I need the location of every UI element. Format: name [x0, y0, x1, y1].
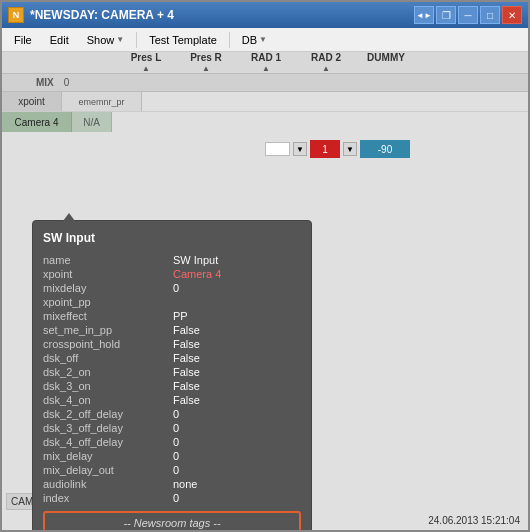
tooltip-newsroom-row-xpoint: xpoint left [51, 529, 293, 530]
xpoint-row-label: xpoint [2, 92, 62, 111]
tooltip-val-dsk-2-on: False [173, 366, 301, 378]
tooltip-key-set-me-in-pp: set_me_in_pp [43, 324, 173, 336]
column-header-row: Pres L ▲ Pres R ▲ RAD 1 ▲ RAD 2 ▲ DUMMY [2, 52, 528, 74]
menu-test-template[interactable]: Test Template [141, 32, 225, 48]
header-columns: Pres L ▲ Pres R ▲ RAD 1 ▲ RAD 2 ▲ DUMMY [116, 52, 528, 75]
newsroom-section: -- Newsroom tags -- xpoint left [43, 511, 301, 530]
tooltip-key-dsk-3-on: dsk_3_on [43, 380, 173, 392]
restore-button[interactable]: ❐ [436, 6, 456, 24]
tooltip-key-xpoint-pp: xpoint_pp [43, 296, 173, 308]
menu-file[interactable]: File [6, 32, 40, 48]
maximize-button[interactable]: □ [480, 6, 500, 24]
timestamp: 24.06.2013 15:21:04 [428, 515, 520, 526]
tooltip-val-mix-delay-out: 0 [173, 464, 301, 476]
tooltip-key-index: index [43, 492, 173, 504]
tooltip-val-xpoint: Camera 4 [173, 268, 301, 280]
tooltip-key-audiolink: audiolink [43, 478, 173, 490]
mix-header-row: MIX 0 [2, 74, 528, 92]
inline-cells: ▼ 1 ▼ -90 [265, 140, 524, 158]
tooltip-row-crosspoint-hold: crosspoint_hold False [43, 337, 301, 351]
tooltip-val-mixdelay: 0 [173, 282, 301, 294]
tooltip-key-mix-delay: mix_delay [43, 450, 173, 462]
col-rad1: RAD 1 ▲ [236, 52, 296, 75]
tooltip-row-dsk-2-off-delay: dsk_2_off_delay 0 [43, 407, 301, 421]
tooltip-key-dsk-2-off-delay: dsk_2_off_delay [43, 408, 173, 420]
tooltip-val-mixeffect: PP [173, 310, 301, 322]
camera-value: N/A [72, 112, 112, 132]
dropdown-2[interactable]: ▼ [343, 142, 357, 156]
tooltip-row-dsk-4-off-delay: dsk_4_off_delay 0 [43, 435, 301, 449]
xpoint-row-value: ememnr_pr [62, 92, 142, 111]
minimize-button[interactable]: ─ [458, 6, 478, 24]
window-title: *NEWSDAY: CAMERA + 4 [30, 8, 408, 22]
tooltip-key-dsk-4-off-delay: dsk_4_off_delay [43, 436, 173, 448]
camera-label: Camera 4 [2, 112, 72, 132]
close-button[interactable]: ✕ [502, 6, 522, 24]
tooltip-key-xpoint: xpoint [43, 268, 173, 280]
tooltip-key-dsk-off: dsk_off [43, 352, 173, 364]
tooltip-key-name: name [43, 254, 173, 266]
db-dropdown-arrow: ▼ [259, 35, 267, 44]
tooltip-key-crosspoint-hold: crosspoint_hold [43, 338, 173, 350]
mix-value: 0 [64, 77, 70, 88]
newsroom-section-label: -- Newsroom tags -- [51, 517, 293, 529]
mix-label: MIX [36, 77, 54, 88]
tooltip-val-xpoint-pp [173, 296, 301, 308]
tooltip-val-dsk-4-on: False [173, 394, 301, 406]
tooltip-row-dsk-2-on: dsk_2_on False [43, 365, 301, 379]
menu-show[interactable]: Show ▼ [79, 32, 132, 48]
menu-separator-1 [136, 32, 137, 48]
red-cell: 1 [310, 140, 340, 158]
tooltip-val-name: SW Input [173, 254, 301, 266]
pres-l-arrow: ▲ [142, 64, 150, 73]
double-arrow-button[interactable]: ◄► [414, 6, 434, 24]
col-pres-r: Pres R ▲ [176, 52, 236, 75]
menu-bar: File Edit Show ▼ Test Template DB ▼ [2, 28, 528, 52]
tooltip-key-dsk-2-on: dsk_2_on [43, 366, 173, 378]
dropdown-1[interactable]: ▼ [293, 142, 307, 156]
tooltip-val-set-me-in-pp: False [173, 324, 301, 336]
tooltip-row-xpoint: xpoint Camera 4 [43, 267, 301, 281]
camera-row: Camera 4 N/A [2, 112, 528, 132]
camera-row-remainder [112, 112, 528, 132]
tooltip-row-dsk-3-on: dsk_3_on False [43, 379, 301, 393]
tooltip-row-dsk-off: dsk_off False [43, 351, 301, 365]
tooltip-row-index: index 0 [43, 491, 301, 505]
tooltip-row-mix-delay: mix_delay 0 [43, 449, 301, 463]
xpoint-row: xpoint ememnr_pr [2, 92, 528, 112]
tooltip-val-index: 0 [173, 492, 301, 504]
window-icon: N [8, 7, 24, 23]
col-dummy: DUMMY [356, 52, 416, 75]
col-rad2: RAD 2 ▲ [296, 52, 356, 75]
tooltip-popup: SW Input name SW Input xpoint Camera 4 m… [32, 220, 312, 530]
inline-cells-row: ▼ 1 ▼ -90 [2, 138, 528, 160]
tooltip-row-dsk-3-off-delay: dsk_3_off_delay 0 [43, 421, 301, 435]
col-pres-l: Pres L ▲ [116, 52, 176, 75]
tooltip-row-name: name SW Input [43, 253, 301, 267]
bottom-status-area: 24.06.2013 15:21:04 [420, 511, 528, 530]
tooltip-val-dsk-3-off-delay: 0 [173, 422, 301, 434]
tooltip-row-audiolink: audiolink none [43, 477, 301, 491]
window-controls: ◄► ❐ ─ □ ✕ [414, 6, 522, 24]
main-window: N *NEWSDAY: CAMERA + 4 ◄► ❐ ─ □ ✕ File E… [0, 0, 530, 532]
tooltip-val-dsk-4-off-delay: 0 [173, 436, 301, 448]
tooltip-val-crosspoint-hold: False [173, 338, 301, 350]
tooltip-val-dsk-off: False [173, 352, 301, 364]
tooltip-row-xpoint-pp: xpoint_pp [43, 295, 301, 309]
tooltip-val-audiolink: none [173, 478, 301, 490]
tooltip-key-dsk-4-on: dsk_4_on [43, 394, 173, 406]
menu-db[interactable]: DB ▼ [234, 32, 275, 48]
main-content: Pres L ▲ Pres R ▲ RAD 1 ▲ RAD 2 ▲ DUMMY [2, 52, 528, 530]
menu-separator-2 [229, 32, 230, 48]
tooltip-val-mix-delay: 0 [173, 450, 301, 462]
pres-r-arrow: ▲ [202, 64, 210, 73]
menu-edit[interactable]: Edit [42, 32, 77, 48]
cell-box-1 [265, 142, 290, 156]
tooltip-val-dsk-2-off-delay: 0 [173, 408, 301, 420]
tooltip-key-mixeffect: mixeffect [43, 310, 173, 322]
rad2-arrow: ▲ [322, 64, 330, 73]
tooltip-key-mix-delay-out: mix_delay_out [43, 464, 173, 476]
xpoint-row-remainder [142, 92, 528, 111]
tooltip-row-set-me-in-pp: set_me_in_pp False [43, 323, 301, 337]
tooltip-val-dsk-3-on: False [173, 380, 301, 392]
